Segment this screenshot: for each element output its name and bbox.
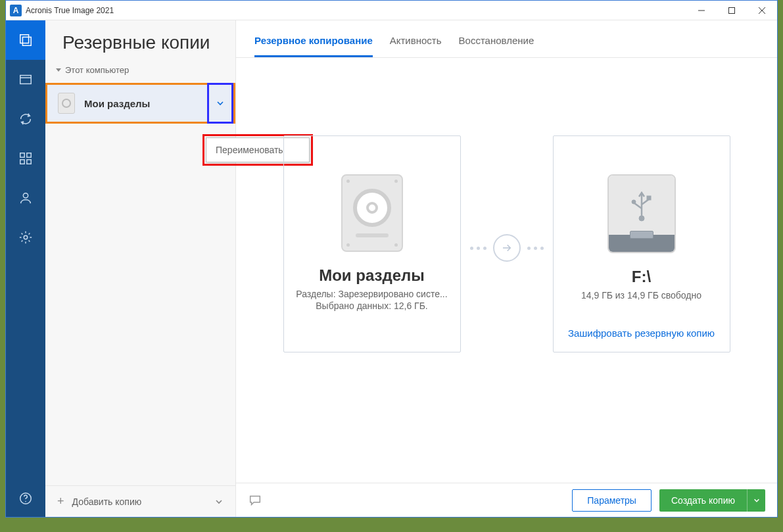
sidebar-footer: + Добавить копию — [45, 485, 235, 517]
tree-label: Этот компьютер — [65, 65, 129, 75]
nav-tools[interactable] — [6, 139, 45, 178]
chevron-down-icon — [216, 99, 224, 107]
create-backup-menu-toggle[interactable] — [747, 489, 765, 512]
backup-icon — [18, 33, 33, 47]
tab-restore[interactable]: Восстановление — [459, 35, 534, 57]
svg-point-15 — [25, 501, 26, 502]
encrypt-link[interactable]: Зашифровать резервную копию — [568, 327, 715, 339]
nav-rail — [6, 20, 45, 517]
usb-symbol-icon — [629, 189, 655, 222]
svg-rect-11 — [27, 160, 31, 164]
hdd-large-icon — [341, 174, 403, 252]
main-panel: Резервное копирование Активность Восстан… — [236, 20, 777, 517]
gear-icon — [18, 230, 33, 245]
svg-rect-10 — [20, 160, 24, 164]
usb-drive-icon — [607, 174, 676, 253]
titlebar: A Acronis True Image 2021 — [6, 1, 777, 20]
nav-account[interactable] — [6, 178, 45, 218]
add-backup-menu-toggle[interactable] — [210, 493, 227, 510]
source-card[interactable]: Мои разделы Разделы: Зарезервировано сис… — [283, 135, 461, 352]
backup-item-name: Мои разделы — [84, 98, 150, 109]
add-backup-button[interactable]: + Добавить копию — [57, 495, 141, 508]
tabs: Резервное копирование Активность Восстан… — [236, 20, 777, 58]
sidebar: Резервные копии Этот компьютер Мои разде… — [45, 20, 236, 517]
destination-subtitle: 14,9 ГБ из 14,9 ГБ свободно — [581, 290, 701, 301]
svg-rect-1 — [729, 7, 735, 13]
help-icon — [18, 491, 33, 506]
sidebar-title: Резервные копии — [45, 20, 235, 61]
app-icon: A — [10, 5, 22, 16]
source-title: Мои разделы — [319, 266, 425, 285]
tab-activity[interactable]: Активность — [390, 35, 442, 57]
app-window: A Acronis True Image 2021 — [5, 0, 778, 518]
backup-stage: Мои разделы Разделы: Зарезервировано сис… — [236, 58, 777, 483]
create-backup-button[interactable]: Создать копию — [659, 489, 747, 512]
tab-backup[interactable]: Резервное копирование — [254, 35, 373, 57]
dots-left-icon — [470, 247, 486, 250]
svg-rect-9 — [27, 153, 31, 157]
maximize-button[interactable] — [717, 1, 747, 20]
sync-icon — [18, 112, 33, 126]
app-title: Acronis True Image 2021 — [26, 6, 114, 15]
main-footer: Параметры Создать копию — [236, 483, 777, 517]
parameters-button[interactable]: Параметры — [572, 489, 652, 512]
comment-icon[interactable] — [248, 493, 262, 508]
svg-rect-6 — [20, 76, 32, 84]
nav-help[interactable] — [6, 480, 45, 517]
dots-right-icon — [527, 247, 544, 250]
chevron-down-icon — [753, 497, 760, 504]
svg-point-12 — [23, 193, 28, 198]
svg-rect-4 — [20, 35, 29, 43]
app-body: Резервные копии Этот компьютер Мои разде… — [6, 20, 777, 517]
nav-settings[interactable] — [6, 218, 45, 257]
svg-rect-20 — [647, 196, 651, 200]
nav-sync[interactable] — [6, 99, 45, 139]
destination-title: F:\ — [632, 268, 651, 286]
create-backup-split-button: Создать копию — [659, 489, 765, 512]
add-backup-label: Добавить копию — [72, 496, 142, 507]
destination-card[interactable]: F:\ 14,9 ГБ из 14,9 ГБ свободно Зашифров… — [553, 135, 730, 352]
plus-icon: + — [57, 495, 64, 508]
svg-rect-5 — [22, 37, 31, 45]
arrow-right-icon — [493, 234, 521, 262]
nav-archive[interactable] — [6, 60, 45, 99]
nav-backup[interactable] — [6, 20, 45, 60]
close-button[interactable] — [747, 1, 777, 20]
svg-point-13 — [24, 235, 28, 239]
chevron-down-icon — [215, 498, 223, 506]
source-subtitle-2: Выбрано данных: 12,6 ГБ. — [316, 301, 427, 311]
hdd-icon — [58, 93, 75, 114]
tree-this-computer[interactable]: Этот компьютер — [45, 61, 235, 79]
window-controls — [686, 1, 777, 20]
titlebar-left: A Acronis True Image 2021 — [10, 5, 114, 16]
source-subtitle-1: Разделы: Зарезервировано систе... — [296, 289, 447, 299]
minimize-button[interactable] — [686, 1, 717, 20]
svg-point-19 — [632, 200, 636, 204]
direction-arrow — [470, 234, 544, 262]
caret-down-icon — [56, 68, 61, 72]
backup-list-item[interactable]: Мои разделы — [45, 83, 235, 124]
grid-icon — [18, 151, 33, 166]
user-icon — [18, 191, 33, 205]
archive-icon — [18, 72, 33, 87]
backup-item-menu-toggle[interactable] — [207, 83, 233, 124]
svg-rect-8 — [20, 153, 24, 157]
